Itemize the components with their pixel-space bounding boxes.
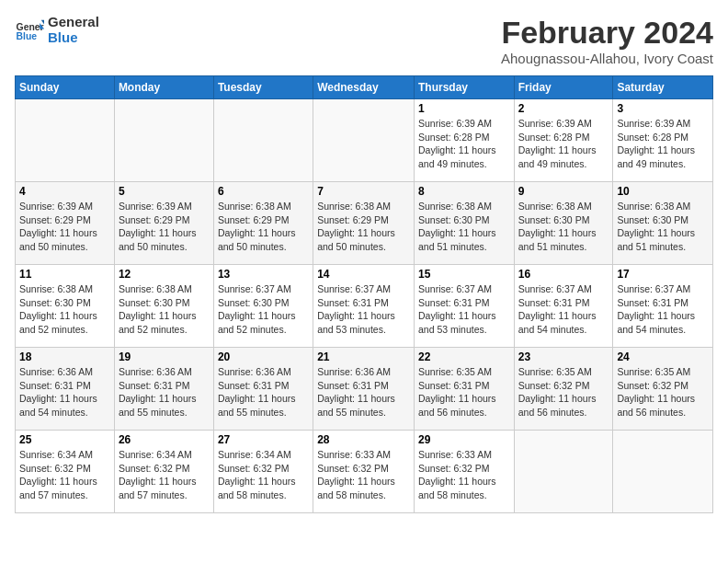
calendar-cell	[514, 431, 613, 513]
day-info: Sunrise: 6:35 AM Sunset: 6:31 PM Dayligh…	[418, 365, 510, 419]
day-number: 3	[617, 102, 709, 115]
day-number: 22	[418, 350, 510, 363]
day-number: 15	[418, 268, 510, 281]
calendar-cell: 11Sunrise: 6:38 AM Sunset: 6:30 PM Dayli…	[16, 265, 115, 348]
day-number: 20	[218, 350, 309, 363]
day-number: 13	[218, 268, 309, 281]
day-info: Sunrise: 6:38 AM Sunset: 6:30 PM Dayligh…	[518, 200, 609, 254]
calendar-cell: 16Sunrise: 6:37 AM Sunset: 6:31 PM Dayli…	[514, 265, 613, 348]
header-friday: Friday	[514, 76, 613, 99]
calendar-cell: 7Sunrise: 6:38 AM Sunset: 6:29 PM Daylig…	[313, 182, 415, 265]
day-info: Sunrise: 6:37 AM Sunset: 6:31 PM Dayligh…	[317, 282, 410, 337]
day-info: Sunrise: 6:36 AM Sunset: 6:31 PM Dayligh…	[19, 365, 110, 419]
day-number: 5	[119, 185, 210, 198]
day-info: Sunrise: 6:38 AM Sunset: 6:30 PM Dayligh…	[617, 200, 709, 254]
calendar-header-row: SundayMondayTuesdayWednesdayThursdayFrid…	[16, 76, 713, 99]
calendar-cell: 9Sunrise: 6:38 AM Sunset: 6:30 PM Daylig…	[514, 182, 613, 265]
header-tuesday: Tuesday	[213, 76, 313, 99]
calendar-cell: 4Sunrise: 6:39 AM Sunset: 6:29 PM Daylig…	[16, 182, 115, 265]
day-info: Sunrise: 6:37 AM Sunset: 6:31 PM Dayligh…	[617, 282, 709, 337]
day-info: Sunrise: 6:36 AM Sunset: 6:31 PM Dayligh…	[119, 365, 210, 419]
logo-icon: General Blue	[15, 16, 44, 45]
header-sunday: Sunday	[16, 76, 115, 99]
calendar-cell: 22Sunrise: 6:35 AM Sunset: 6:31 PM Dayli…	[414, 348, 514, 431]
day-info: Sunrise: 6:39 AM Sunset: 6:29 PM Dayligh…	[119, 200, 210, 254]
day-number: 24	[617, 350, 709, 363]
calendar-cell: 1Sunrise: 6:39 AM Sunset: 6:28 PM Daylig…	[414, 99, 514, 182]
calendar-cell: 23Sunrise: 6:35 AM Sunset: 6:32 PM Dayli…	[514, 348, 613, 431]
day-info: Sunrise: 6:35 AM Sunset: 6:32 PM Dayligh…	[518, 365, 609, 419]
calendar-week-4: 18Sunrise: 6:36 AM Sunset: 6:31 PM Dayli…	[16, 348, 713, 431]
calendar-cell: 2Sunrise: 6:39 AM Sunset: 6:28 PM Daylig…	[514, 99, 613, 182]
calendar-cell: 15Sunrise: 6:37 AM Sunset: 6:31 PM Dayli…	[414, 265, 514, 348]
calendar-cell	[213, 99, 313, 182]
day-number: 9	[518, 185, 609, 198]
calendar-cell	[16, 99, 115, 182]
day-number: 16	[518, 268, 609, 281]
calendar-cell	[313, 99, 415, 182]
day-info: Sunrise: 6:37 AM Sunset: 6:31 PM Dayligh…	[518, 282, 609, 337]
day-info: Sunrise: 6:38 AM Sunset: 6:30 PM Dayligh…	[19, 282, 110, 337]
day-number: 1	[418, 102, 510, 115]
calendar-cell: 18Sunrise: 6:36 AM Sunset: 6:31 PM Dayli…	[16, 348, 115, 431]
calendar-cell: 17Sunrise: 6:37 AM Sunset: 6:31 PM Dayli…	[613, 265, 713, 348]
day-info: Sunrise: 6:33 AM Sunset: 6:32 PM Dayligh…	[418, 448, 510, 502]
day-info: Sunrise: 6:37 AM Sunset: 6:30 PM Dayligh…	[218, 282, 309, 337]
day-info: Sunrise: 6:34 AM Sunset: 6:32 PM Dayligh…	[218, 448, 309, 502]
header-wednesday: Wednesday	[313, 76, 415, 99]
calendar-cell: 10Sunrise: 6:38 AM Sunset: 6:30 PM Dayli…	[613, 182, 713, 265]
logo: General Blue General Blue	[15, 15, 99, 45]
day-info: Sunrise: 6:38 AM Sunset: 6:30 PM Dayligh…	[119, 282, 210, 337]
day-number: 18	[19, 350, 110, 363]
page-header: General Blue General Blue February 2024 …	[15, 15, 713, 66]
calendar-cell: 19Sunrise: 6:36 AM Sunset: 6:31 PM Dayli…	[114, 348, 213, 431]
calendar-cell: 24Sunrise: 6:35 AM Sunset: 6:32 PM Dayli…	[613, 348, 713, 431]
day-number: 7	[317, 185, 410, 198]
day-number: 28	[317, 433, 410, 446]
day-number: 17	[617, 268, 709, 281]
svg-text:Blue: Blue	[17, 31, 38, 41]
calendar-cell: 25Sunrise: 6:34 AM Sunset: 6:32 PM Dayli…	[16, 431, 115, 513]
calendar-cell: 21Sunrise: 6:36 AM Sunset: 6:31 PM Dayli…	[313, 348, 415, 431]
day-number: 10	[617, 185, 709, 198]
day-info: Sunrise: 6:38 AM Sunset: 6:29 PM Dayligh…	[218, 200, 309, 254]
day-info: Sunrise: 6:38 AM Sunset: 6:29 PM Dayligh…	[317, 200, 410, 254]
day-info: Sunrise: 6:33 AM Sunset: 6:32 PM Dayligh…	[317, 448, 410, 502]
calendar-cell: 29Sunrise: 6:33 AM Sunset: 6:32 PM Dayli…	[414, 431, 514, 513]
calendar-cell: 14Sunrise: 6:37 AM Sunset: 6:31 PM Dayli…	[313, 265, 415, 348]
day-number: 8	[418, 185, 510, 198]
calendar-cell: 5Sunrise: 6:39 AM Sunset: 6:29 PM Daylig…	[114, 182, 213, 265]
day-info: Sunrise: 6:35 AM Sunset: 6:32 PM Dayligh…	[617, 365, 709, 419]
day-info: Sunrise: 6:39 AM Sunset: 6:28 PM Dayligh…	[617, 117, 709, 171]
day-info: Sunrise: 6:36 AM Sunset: 6:31 PM Dayligh…	[218, 365, 309, 419]
day-number: 19	[119, 350, 210, 363]
calendar-cell: 3Sunrise: 6:39 AM Sunset: 6:28 PM Daylig…	[613, 99, 713, 182]
day-number: 6	[218, 185, 309, 198]
day-info: Sunrise: 6:37 AM Sunset: 6:31 PM Dayligh…	[418, 282, 510, 337]
day-info: Sunrise: 6:39 AM Sunset: 6:28 PM Dayligh…	[418, 117, 510, 171]
calendar-cell: 20Sunrise: 6:36 AM Sunset: 6:31 PM Dayli…	[213, 348, 313, 431]
day-number: 27	[218, 433, 309, 446]
calendar-cell	[114, 99, 213, 182]
title-area: February 2024 Ahougnassou-Allahou, Ivory…	[501, 15, 713, 66]
day-info: Sunrise: 6:36 AM Sunset: 6:31 PM Dayligh…	[317, 365, 410, 419]
day-number: 21	[317, 350, 410, 363]
calendar-body: 1Sunrise: 6:39 AM Sunset: 6:28 PM Daylig…	[16, 99, 713, 513]
calendar-table: SundayMondayTuesdayWednesdayThursdayFrid…	[15, 75, 713, 513]
header-saturday: Saturday	[613, 76, 713, 99]
calendar-week-2: 4Sunrise: 6:39 AM Sunset: 6:29 PM Daylig…	[16, 182, 713, 265]
calendar-cell	[613, 431, 713, 513]
day-number: 26	[119, 433, 210, 446]
calendar-cell: 8Sunrise: 6:38 AM Sunset: 6:30 PM Daylig…	[414, 182, 514, 265]
day-info: Sunrise: 6:38 AM Sunset: 6:30 PM Dayligh…	[418, 200, 510, 254]
day-info: Sunrise: 6:39 AM Sunset: 6:29 PM Dayligh…	[19, 200, 110, 254]
calendar-week-1: 1Sunrise: 6:39 AM Sunset: 6:28 PM Daylig…	[16, 99, 713, 182]
calendar-cell: 28Sunrise: 6:33 AM Sunset: 6:32 PM Dayli…	[313, 431, 415, 513]
day-number: 12	[119, 268, 210, 281]
location: Ahougnassou-Allahou, Ivory Coast	[501, 51, 713, 66]
logo-line2: Blue	[48, 30, 99, 46]
month-year: February 2024	[501, 15, 713, 51]
header-monday: Monday	[114, 76, 213, 99]
day-info: Sunrise: 6:34 AM Sunset: 6:32 PM Dayligh…	[119, 448, 210, 502]
day-number: 25	[19, 433, 110, 446]
